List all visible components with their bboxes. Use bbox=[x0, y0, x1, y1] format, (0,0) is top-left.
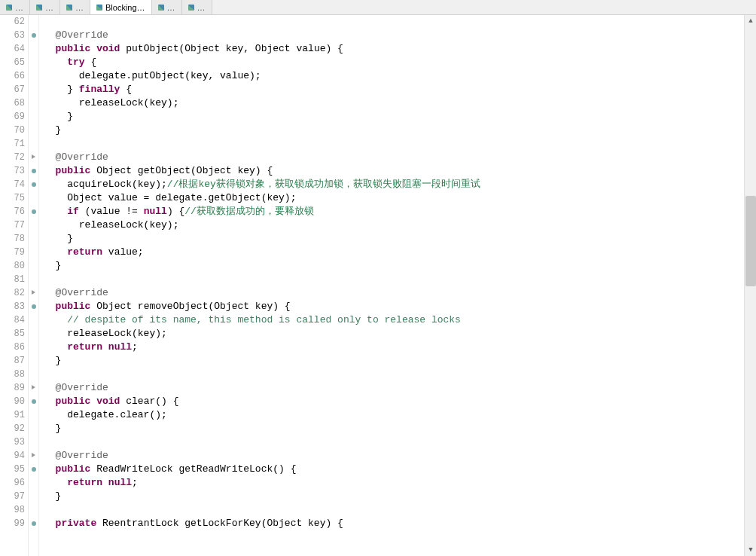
scroll-up-arrow[interactable]: ▲ bbox=[745, 15, 756, 27]
code-line[interactable]: acquireLock(key);//根据key获得锁对象，获取锁成功加锁，获取… bbox=[44, 178, 756, 191]
code-line[interactable] bbox=[44, 273, 756, 286]
code-line[interactable]: @Override bbox=[44, 381, 756, 395]
code-line[interactable]: try { bbox=[44, 56, 756, 69]
line-number: 65 bbox=[0, 56, 25, 69]
line-number: 94 bbox=[0, 449, 25, 463]
code-line[interactable] bbox=[44, 503, 756, 517]
editor-tab[interactable]: … bbox=[152, 0, 182, 14]
code-line[interactable]: public void clear() { bbox=[44, 395, 756, 408]
code-line[interactable]: } bbox=[44, 259, 756, 273]
vertical-scrollbar[interactable]: ▲ ▼ bbox=[744, 15, 756, 556]
code-line[interactable]: public void putObject(Object key, Object… bbox=[44, 42, 756, 56]
line-number: 72 bbox=[0, 151, 25, 164]
code-line[interactable]: private ReentrantLock getLockForKey(Obje… bbox=[44, 517, 756, 530]
override-marker-icon[interactable] bbox=[32, 33, 36, 38]
editor-tab[interactable]: … bbox=[60, 0, 90, 14]
java-file-icon bbox=[96, 5, 102, 11]
code-line[interactable]: return null; bbox=[44, 476, 756, 490]
fold-triangle-icon[interactable] bbox=[32, 290, 35, 295]
editor-tab[interactable]: … bbox=[30, 0, 60, 14]
fold-triangle-icon[interactable] bbox=[32, 453, 35, 457]
code-line[interactable]: releaseLock(key); bbox=[44, 218, 756, 232]
code-line[interactable]: delegate.putObject(key, value); bbox=[44, 69, 756, 83]
code-line[interactable]: return null; bbox=[44, 341, 756, 354]
editor-tab[interactable]: Blocking… bbox=[90, 0, 152, 14]
annotation-cell bbox=[29, 395, 38, 408]
scrollbar-thumb[interactable] bbox=[745, 196, 756, 286]
code-line[interactable]: } bbox=[44, 110, 756, 124]
code-line[interactable]: @Override bbox=[44, 286, 756, 300]
code-token: } bbox=[44, 233, 73, 244]
code-token: return bbox=[67, 246, 102, 258]
code-token: releaseLock(key); bbox=[44, 328, 167, 339]
override-marker-icon[interactable] bbox=[32, 182, 36, 187]
code-line[interactable]: } bbox=[44, 422, 756, 435]
annotation-cell bbox=[29, 381, 38, 395]
fold-triangle-icon[interactable] bbox=[32, 154, 35, 159]
editor-tab[interactable]: … bbox=[0, 0, 30, 14]
code-token bbox=[44, 477, 67, 488]
override-marker-icon[interactable] bbox=[32, 209, 36, 214]
code-line[interactable]: } bbox=[44, 232, 756, 246]
code-token: delegate.putObject(key, value); bbox=[44, 70, 261, 81]
annotation-cell bbox=[29, 341, 38, 354]
code-area[interactable]: @Override public void putObject(Object k… bbox=[39, 15, 756, 556]
line-number: 73 bbox=[0, 164, 25, 178]
annotation-cell bbox=[29, 232, 38, 246]
code-line[interactable]: } bbox=[44, 124, 756, 137]
code-token bbox=[44, 463, 56, 475]
tab-label: … bbox=[197, 3, 206, 12]
line-number: 86 bbox=[0, 341, 25, 354]
code-line[interactable]: } finally { bbox=[44, 83, 756, 96]
line-number: 69 bbox=[0, 110, 25, 124]
annotation-cell bbox=[29, 164, 38, 178]
code-line[interactable]: public Object removeObject(Object key) { bbox=[44, 300, 756, 313]
code-token: { bbox=[120, 84, 132, 95]
code-token: } bbox=[44, 423, 61, 434]
annotation-cell bbox=[29, 15, 38, 29]
code-line[interactable]: Object value = delegate.getObject(key); bbox=[44, 191, 756, 205]
override-marker-icon[interactable] bbox=[32, 399, 36, 404]
code-line[interactable]: delegate.clear(); bbox=[44, 408, 756, 422]
code-line[interactable]: public Object getObject(Object key) { bbox=[44, 164, 756, 178]
code-line[interactable]: if (value != null) {//获取数据成功的，要释放锁 bbox=[44, 205, 756, 218]
annotation-gutter bbox=[29, 15, 39, 556]
code-line[interactable] bbox=[44, 15, 756, 29]
tab-label: … bbox=[167, 3, 175, 12]
code-line[interactable]: public ReadWriteLock getReadWriteLock() … bbox=[44, 463, 756, 476]
override-marker-icon[interactable] bbox=[32, 467, 36, 472]
code-line[interactable] bbox=[44, 137, 756, 151]
code-line[interactable]: } bbox=[44, 490, 756, 503]
code-token: } bbox=[44, 490, 61, 502]
override-marker-icon[interactable] bbox=[32, 169, 36, 173]
code-line[interactable] bbox=[44, 368, 756, 381]
code-token: public bbox=[56, 463, 91, 475]
code-token: try bbox=[67, 57, 84, 68]
override-marker-icon[interactable] bbox=[32, 521, 36, 526]
java-file-icon bbox=[36, 5, 42, 11]
annotation-cell bbox=[29, 246, 38, 259]
code-token bbox=[44, 314, 67, 325]
code-line[interactable]: @Override bbox=[44, 449, 756, 463]
fold-triangle-icon[interactable] bbox=[32, 385, 35, 390]
code-line[interactable]: releaseLock(key); bbox=[44, 327, 756, 341]
code-line[interactable]: @Override bbox=[44, 29, 756, 42]
code-line[interactable]: releaseLock(key); bbox=[44, 96, 756, 110]
code-token: Object removeObject(Object key) { bbox=[90, 301, 290, 312]
annotation-cell bbox=[29, 151, 38, 164]
editor-tab[interactable]: … bbox=[182, 0, 212, 14]
code-line[interactable]: // despite of its name, this method is c… bbox=[44, 313, 756, 327]
override-marker-icon[interactable] bbox=[32, 304, 36, 309]
code-line[interactable]: return value; bbox=[44, 246, 756, 259]
annotation-cell bbox=[29, 422, 38, 435]
code-line[interactable]: } bbox=[44, 354, 756, 368]
line-number: 95 bbox=[0, 463, 25, 476]
code-line[interactable]: @Override bbox=[44, 151, 756, 164]
line-number: 68 bbox=[0, 96, 25, 110]
code-line[interactable] bbox=[44, 435, 756, 449]
code-token: if bbox=[67, 206, 79, 217]
code-token: return null bbox=[67, 477, 132, 488]
line-number: 62 bbox=[0, 15, 25, 29]
line-number: 92 bbox=[0, 422, 25, 435]
scroll-down-arrow[interactable]: ▼ bbox=[745, 544, 756, 556]
